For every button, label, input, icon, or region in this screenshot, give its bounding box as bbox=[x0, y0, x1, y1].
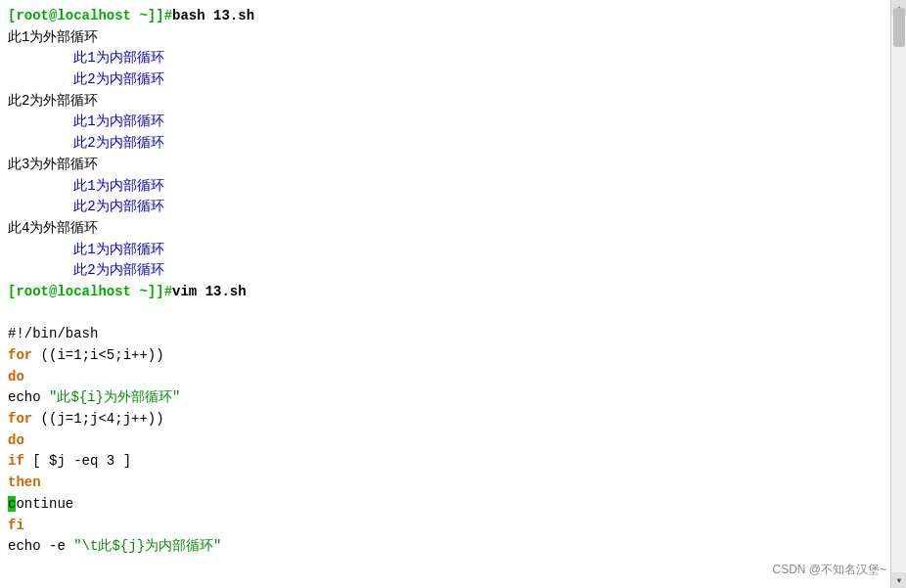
line-6: 此1为内部循环 bbox=[8, 112, 883, 133]
line-8: 此3为外部循环 bbox=[8, 155, 883, 176]
line-4: 此2为内部循环 bbox=[8, 69, 883, 91]
vim-line-2: for ((i=1;i<5;i++)) bbox=[8, 345, 883, 367]
for-args-2: ((j=1;j<4;j++)) bbox=[32, 411, 163, 427]
outer-3: 此3为外部循环 bbox=[8, 157, 98, 172]
do-keyword-2: do bbox=[8, 432, 24, 448]
outer-1: 此1为外部循环 bbox=[8, 29, 98, 45]
line-7: 此2为内部循环 bbox=[8, 133, 883, 155]
vim-line-6: do bbox=[8, 430, 883, 452]
inner-3b: 此2为内部循环 bbox=[8, 199, 164, 214]
line-9: 此1为内部循环 bbox=[8, 176, 883, 198]
outer-2: 此2为外部循环 bbox=[8, 93, 98, 109]
line-5: 此2为外部循环 bbox=[8, 91, 883, 113]
inner-3a: 此1为内部循环 bbox=[8, 178, 164, 194]
vim-line-1: #!/bin/bash bbox=[8, 324, 883, 345]
for-keyword-2: for bbox=[8, 411, 32, 427]
scrollbar-arrow-down[interactable]: ▼ bbox=[891, 572, 906, 588]
if-keyword: if bbox=[8, 453, 24, 469]
shebang: #!/bin/bash bbox=[8, 326, 98, 341]
vim-line-7: if [ $j -eq 3 ] bbox=[8, 451, 883, 473]
line-12: 此1为内部循环 bbox=[8, 240, 883, 261]
line-1: [root@localhost ~]]#bash 13.sh bbox=[8, 6, 883, 27]
watermark: CSDN @不知名汉堡~ bbox=[772, 562, 886, 578]
inner-4a: 此1为内部循环 bbox=[8, 242, 164, 257]
scrollbar[interactable]: ▲ ▼ bbox=[890, 0, 906, 588]
line-2: 此1为外部循环 bbox=[8, 27, 883, 49]
inner-2a: 此1为内部循环 bbox=[8, 113, 164, 129]
vim-line-8: then bbox=[8, 473, 883, 494]
then-keyword: then bbox=[8, 475, 41, 490]
inner-2b: 此2为内部循环 bbox=[8, 135, 164, 151]
fi-keyword: fi bbox=[8, 518, 24, 533]
scrollbar-thumb[interactable] bbox=[893, 8, 905, 47]
cmd-2: vim 13.sh bbox=[172, 284, 247, 299]
vim-line-9: continue bbox=[8, 494, 883, 516]
for-args-1: ((i=1;i<5;i++)) bbox=[32, 347, 163, 363]
if-args: [ $j -eq 3 ] bbox=[24, 453, 131, 469]
for-keyword-1: for bbox=[8, 347, 32, 363]
terminal-window: [root@localhost ~]]#bash 13.sh 此1为外部循环 此… bbox=[0, 0, 890, 588]
vim-line-10: fi bbox=[8, 516, 883, 537]
line-10: 此2为内部循环 bbox=[8, 197, 883, 218]
prompt-2: [root@localhost ~]]# bbox=[8, 284, 172, 299]
do-keyword-1: do bbox=[8, 369, 24, 384]
line-14: [root@localhost ~]]#vim 13.sh bbox=[8, 282, 883, 303]
line-13: 此2为内部循环 bbox=[8, 260, 883, 282]
inner-1a: 此1为内部循环 bbox=[8, 50, 164, 66]
inner-4b: 此2为内部循环 bbox=[8, 262, 164, 278]
vim-line-5: for ((j=1;j<4;j++)) bbox=[8, 409, 883, 430]
vim-line-11: echo -e "\t此${j}为内部循环" bbox=[8, 536, 883, 558]
cmd-1: bash 13.sh bbox=[172, 8, 254, 23]
vim-line-3: do bbox=[8, 367, 883, 388]
inner-1b: 此2为内部循环 bbox=[8, 71, 164, 87]
line-3: 此1为内部循环 bbox=[8, 48, 883, 69]
prompt-1: [root@localhost ~]]# bbox=[8, 8, 172, 23]
echo-string-2: "\t此${j}为内部循环" bbox=[73, 538, 221, 554]
blank-line bbox=[8, 303, 883, 325]
echo-1: echo bbox=[8, 389, 49, 405]
echo-2: echo -e bbox=[8, 538, 73, 554]
echo-string-1: "此${i}为外部循环" bbox=[49, 389, 180, 405]
vim-line-4: echo "此${i}为外部循环" bbox=[8, 387, 883, 409]
continue-rest: ontinue bbox=[16, 496, 73, 512]
line-11: 此4为外部循环 bbox=[8, 218, 883, 240]
outer-4: 此4为外部循环 bbox=[8, 220, 98, 236]
